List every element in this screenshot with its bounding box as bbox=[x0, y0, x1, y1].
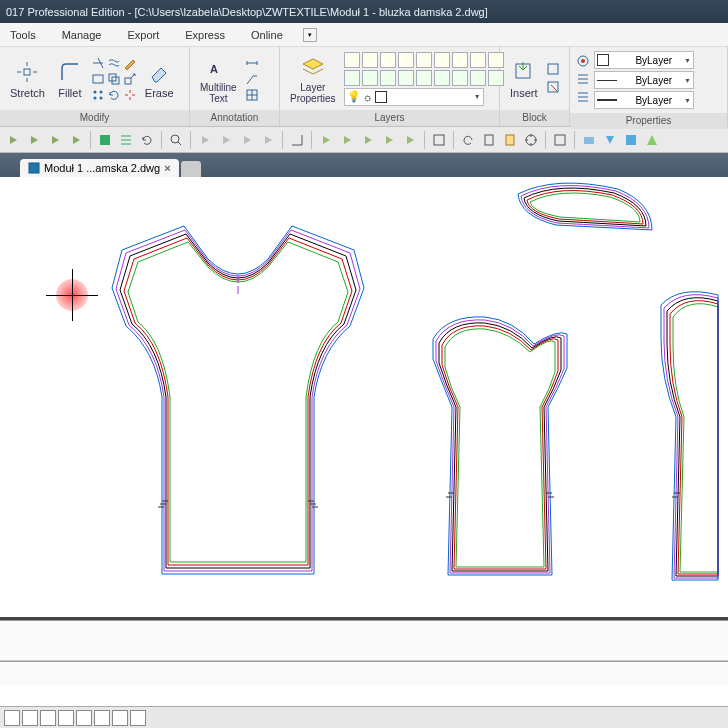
title-text: 017 Professional Edition - [C:\Users\Iza… bbox=[6, 6, 488, 18]
layer-tool-12[interactable] bbox=[380, 70, 396, 86]
tb-iso-arrow-4[interactable] bbox=[259, 131, 277, 149]
tb-misc-3[interactable] bbox=[622, 131, 640, 149]
status-snap-icon[interactable] bbox=[4, 710, 20, 726]
tb-nav-1[interactable] bbox=[317, 131, 335, 149]
ribbon: Stretch Fillet Erase Modify bbox=[0, 47, 728, 127]
menu-tools[interactable]: Tools bbox=[4, 27, 42, 43]
menu-express[interactable]: Express bbox=[179, 27, 231, 43]
fillet-button[interactable]: Fillet bbox=[53, 57, 87, 101]
tool-rect-icon[interactable] bbox=[91, 72, 105, 86]
tool-scale-icon[interactable] bbox=[123, 72, 137, 86]
list-props-icon[interactable] bbox=[576, 72, 590, 88]
tb-target-icon[interactable] bbox=[522, 131, 540, 149]
tool-copy-icon[interactable] bbox=[107, 72, 121, 86]
layer-properties-button[interactable]: Layer Properties bbox=[286, 52, 340, 106]
layer-tool-16[interactable] bbox=[452, 70, 468, 86]
tb-misc-1[interactable] bbox=[580, 131, 598, 149]
list2-props-icon[interactable] bbox=[576, 90, 590, 106]
tb-paste-icon[interactable] bbox=[501, 131, 519, 149]
status-osnap-icon[interactable] bbox=[76, 710, 92, 726]
layer-tool-14[interactable] bbox=[416, 70, 432, 86]
tool-edit-icon[interactable] bbox=[123, 56, 137, 70]
file-tab-active[interactable]: Moduł 1 ...amska 2.dwg × bbox=[20, 159, 179, 177]
close-tab-icon[interactable]: × bbox=[164, 162, 170, 174]
layer-tool-17[interactable] bbox=[470, 70, 486, 86]
insert-button[interactable]: Insert bbox=[506, 57, 542, 101]
tb-iso-arrow-1[interactable] bbox=[196, 131, 214, 149]
command-area bbox=[0, 620, 728, 685]
layer-tool-1[interactable] bbox=[344, 52, 360, 68]
layer-tool-8[interactable] bbox=[470, 52, 486, 68]
status-lwt-icon[interactable] bbox=[112, 710, 128, 726]
table-icon[interactable] bbox=[245, 88, 259, 102]
tb-refresh-icon[interactable] bbox=[138, 131, 156, 149]
layer-tool-10[interactable] bbox=[344, 70, 360, 86]
tool-rotate-icon[interactable] bbox=[107, 88, 121, 102]
layer-tool-7[interactable] bbox=[452, 52, 468, 68]
status-model-icon[interactable] bbox=[130, 710, 146, 726]
tb-arrow-4[interactable] bbox=[67, 131, 85, 149]
layer-tool-15[interactable] bbox=[434, 70, 450, 86]
layer-properties-label: Layer Properties bbox=[290, 82, 336, 104]
block-create-icon[interactable] bbox=[546, 62, 560, 78]
menu-overflow-icon[interactable]: ▾ bbox=[303, 28, 317, 42]
tb-arrow-3[interactable] bbox=[46, 131, 64, 149]
new-tab-button[interactable] bbox=[181, 161, 201, 177]
leader-icon[interactable] bbox=[245, 72, 259, 86]
tb-iso-arrow-3[interactable] bbox=[238, 131, 256, 149]
status-grid-icon[interactable] bbox=[22, 710, 38, 726]
linetype-swatch bbox=[597, 80, 617, 81]
status-polar-icon[interactable] bbox=[58, 710, 74, 726]
menu-manage[interactable]: Manage bbox=[56, 27, 108, 43]
command-input[interactable] bbox=[0, 661, 728, 683]
layer-tool-13[interactable] bbox=[398, 70, 414, 86]
tb-nav-3[interactable] bbox=[359, 131, 377, 149]
layer-tool-5[interactable] bbox=[416, 52, 432, 68]
stretch-icon bbox=[14, 59, 40, 85]
linetype-selector[interactable]: ByLayer ▼ bbox=[594, 71, 694, 89]
layer-tool-2[interactable] bbox=[362, 52, 378, 68]
tb-window-icon[interactable] bbox=[551, 131, 569, 149]
tb-hatch-icon[interactable] bbox=[96, 131, 114, 149]
tb-clipboard-icon[interactable] bbox=[480, 131, 498, 149]
tb-box-icon[interactable] bbox=[430, 131, 448, 149]
tb-nav-4[interactable] bbox=[380, 131, 398, 149]
tb-misc-2[interactable] bbox=[601, 131, 619, 149]
tb-iso-arrow-2[interactable] bbox=[217, 131, 235, 149]
layer-tool-3[interactable] bbox=[380, 52, 396, 68]
layer-selector[interactable]: 💡 ☼ ▼ bbox=[344, 88, 484, 106]
tool-trim-icon[interactable] bbox=[91, 56, 105, 70]
insert-label: Insert bbox=[510, 87, 538, 99]
lineweight-selector[interactable]: ByLayer ▼ bbox=[594, 91, 694, 109]
mtext-button[interactable]: A Multiline Text bbox=[196, 52, 241, 106]
tb-zoom-icon[interactable] bbox=[167, 131, 185, 149]
color-value: ByLayer bbox=[611, 55, 682, 66]
tool-array-icon[interactable] bbox=[91, 88, 105, 102]
layer-tool-4[interactable] bbox=[398, 52, 414, 68]
color-selector[interactable]: ByLayer ▼ bbox=[594, 51, 694, 69]
erase-button[interactable]: Erase bbox=[141, 57, 178, 101]
layer-tool-11[interactable] bbox=[362, 70, 378, 86]
tb-arrow-2[interactable] bbox=[25, 131, 43, 149]
tb-snap-icon[interactable] bbox=[288, 131, 306, 149]
tb-nav-5[interactable] bbox=[401, 131, 419, 149]
svg-point-17 bbox=[171, 135, 179, 143]
tb-nav-2[interactable] bbox=[338, 131, 356, 149]
tb-lines-icon[interactable] bbox=[117, 131, 135, 149]
drawing-canvas[interactable] bbox=[0, 177, 728, 620]
tb-misc-4[interactable] bbox=[643, 131, 661, 149]
chevron-down-icon: ▼ bbox=[684, 57, 691, 64]
stretch-button[interactable]: Stretch bbox=[6, 57, 49, 101]
dimension-icon[interactable] bbox=[245, 56, 259, 70]
block-edit-icon[interactable] bbox=[546, 80, 560, 96]
status-ortho-icon[interactable] bbox=[40, 710, 56, 726]
tb-arrow-1[interactable] bbox=[4, 131, 22, 149]
tool-explode-icon[interactable] bbox=[123, 88, 137, 102]
layer-tool-6[interactable] bbox=[434, 52, 450, 68]
status-otrack-icon[interactable] bbox=[94, 710, 110, 726]
tool-offset-icon[interactable] bbox=[107, 56, 121, 70]
menu-export[interactable]: Export bbox=[121, 27, 165, 43]
menu-online[interactable]: Online bbox=[245, 27, 289, 43]
match-props-icon[interactable] bbox=[576, 54, 590, 70]
tb-rotate-l-icon[interactable] bbox=[459, 131, 477, 149]
